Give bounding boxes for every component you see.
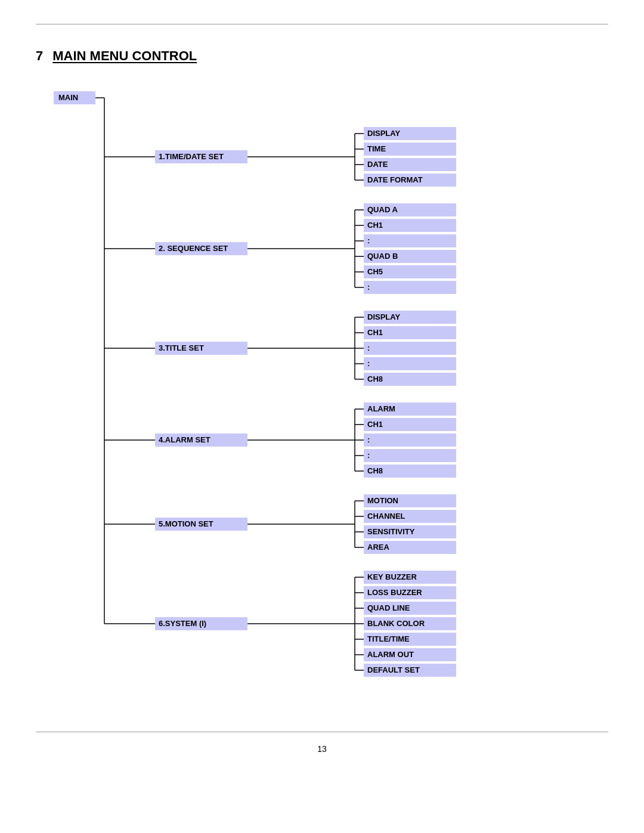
svg-text:QUAD B: QUAD B [367,252,398,261]
section-heading: 7 MAIN MENU CONTROL [36,48,608,64]
svg-rect-79 [364,449,456,462]
svg-text:6.SYSTEM (I): 6.SYSTEM (I) [159,619,206,628]
svg-text::: : [367,435,370,444]
svg-text:ALARM: ALARM [367,404,395,413]
top-divider [36,24,608,24]
svg-text:ALARM OUT: ALARM OUT [367,650,414,659]
section-number: 7 [36,48,43,64]
svg-text:CH8: CH8 [367,466,383,475]
svg-text:AREA: AREA [367,543,389,552]
svg-rect-76 [364,433,456,447]
svg-text:DISPLAY: DISPLAY [367,312,400,321]
svg-text:QUAD A: QUAD A [367,205,398,214]
svg-rect-33 [364,234,456,247]
svg-text::: : [367,343,370,352]
svg-text:KEY BUZZER: KEY BUZZER [367,572,417,581]
tree-svg: MAIN1.TIME/DATE SETDISPLAYTIMEDATEDATE F… [48,85,584,705]
svg-text:CHANNEL: CHANNEL [367,512,405,521]
svg-text:TITLE/TIME: TITLE/TIME [367,634,410,643]
svg-text:DEFAULT SET: DEFAULT SET [367,665,420,674]
svg-text:BLANK COLOR: BLANK COLOR [367,619,425,628]
svg-text:DATE FORMAT: DATE FORMAT [367,175,423,184]
svg-text::: : [367,451,370,460]
svg-text:TIME: TIME [367,144,386,153]
svg-text:DISPLAY: DISPLAY [367,129,400,138]
page-number: 13 [36,744,608,754]
svg-text:DATE: DATE [367,160,388,169]
svg-text:MAIN: MAIN [58,93,78,102]
svg-text:2. SEQUENCE SET: 2. SEQUENCE SET [159,244,228,253]
svg-text:4.ALARM SET: 4.ALARM SET [159,435,210,444]
svg-text:SENSITIVITY: SENSITIVITY [367,527,415,536]
svg-text::: : [367,236,370,245]
svg-text:CH5: CH5 [367,267,383,276]
svg-text:5.MOTION SET: 5.MOTION SET [159,519,213,528]
tree-diagram: MAIN1.TIME/DATE SETDISPLAYTIMEDATEDATE F… [48,85,584,708]
svg-text:QUAD LINE: QUAD LINE [367,603,410,612]
svg-text::: : [367,359,370,368]
svg-text::: : [367,283,370,292]
svg-rect-59 [364,357,456,370]
svg-text:MOTION: MOTION [367,496,398,505]
svg-text:CH8: CH8 [367,374,383,383]
svg-text:CH1: CH1 [367,420,383,429]
bottom-divider [36,732,608,732]
svg-rect-42 [364,281,456,294]
svg-rect-56 [364,342,456,355]
svg-text:CH1: CH1 [367,328,383,337]
svg-text:1.TIME/DATE SET: 1.TIME/DATE SET [159,152,224,161]
svg-text:LOSS BUZZER: LOSS BUZZER [367,588,422,597]
svg-text:3.TITLE SET: 3.TITLE SET [159,343,204,352]
page-container: 7 MAIN MENU CONTROL MAIN1.TIME/DATE SETD… [0,0,644,833]
section-title: MAIN MENU CONTROL [52,48,197,64]
svg-text:CH1: CH1 [367,221,383,230]
